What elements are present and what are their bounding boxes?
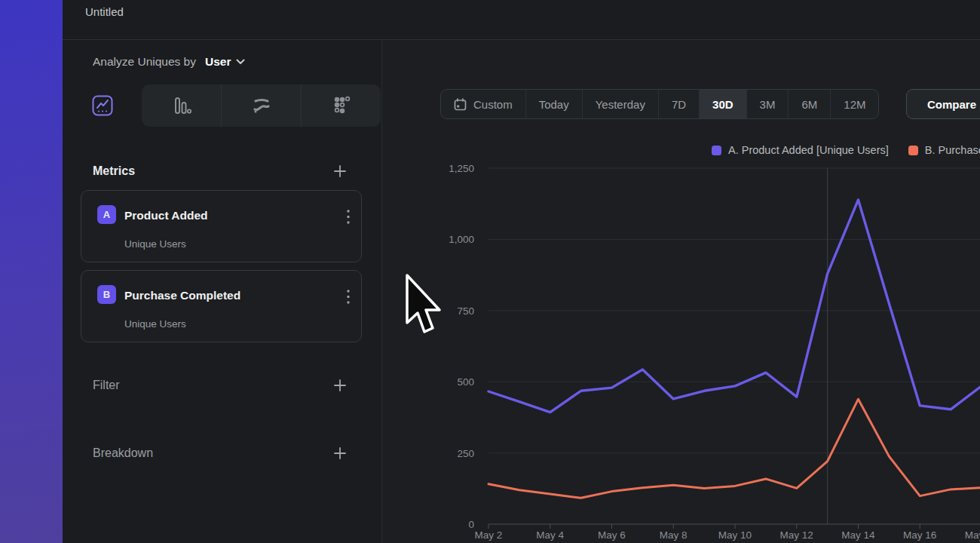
analyze-label: Analyze Uniques by [93, 55, 196, 69]
svg-text:May 18: May 18 [965, 529, 980, 541]
add-metric-button[interactable] [333, 164, 347, 178]
mouse-cursor [405, 274, 441, 334]
flow-icon [251, 95, 272, 116]
svg-text:250: 250 [457, 448, 474, 459]
svg-text:0: 0 [468, 519, 474, 530]
chart-panel: CustomTodayYesterday7D30D3M6M12M Compare… [381, 40, 980, 543]
metric-card[interactable]: AProduct AddedUnique Users [81, 190, 362, 262]
report-title[interactable]: Untitled [85, 5, 124, 18]
y-axis-labels: 02505007501,0001,250 [449, 163, 474, 530]
line-chart[interactable]: 02505007501,0001,250May 2May 4May 6May 8… [382, 40, 980, 543]
x-axis-ticks [488, 524, 980, 529]
breakdown-title: Breakdown [93, 446, 153, 460]
svg-text:May 6: May 6 [598, 529, 626, 541]
metric-options-button[interactable] [346, 209, 351, 228]
metric-options-button[interactable] [346, 289, 351, 308]
query-sidebar: Analyze Uniques by User Metrics AProduct… [63, 40, 381, 543]
svg-text:May 2: May 2 [475, 529, 503, 541]
plus-icon [333, 446, 347, 460]
tab-bar-chart[interactable] [142, 84, 221, 127]
app-window: Untitled Analyze Uniques by User Metrics… [0, 0, 980, 543]
metric-series-badge: B [97, 285, 116, 304]
chart-type-tabs [63, 84, 381, 127]
tab-flow-chart[interactable] [221, 84, 301, 127]
svg-text:May 12: May 12 [780, 529, 813, 541]
filter-section: Filter [63, 370, 381, 400]
metric-measure[interactable]: Unique Users [124, 238, 186, 250]
tab-grid-chart[interactable] [301, 84, 381, 127]
kebab-menu-icon [346, 209, 351, 225]
plus-icon [333, 164, 347, 178]
metric-series-badge: A [97, 205, 116, 224]
line-chart-icon [92, 95, 113, 116]
analyze-entity-value: User [205, 55, 231, 69]
tab-line-chart[interactable] [63, 84, 142, 127]
svg-text:May 4: May 4 [536, 529, 564, 541]
add-filter-button[interactable] [333, 379, 347, 392]
metrics-list: AProduct AddedUnique UsersBPurchase Comp… [81, 190, 362, 350]
breakdown-section: Breakdown [63, 438, 381, 468]
filter-title: Filter [93, 379, 120, 392]
y-gridlines [488, 168, 980, 524]
metric-card[interactable]: BPurchase CompletedUnique Users [81, 270, 362, 342]
chevron-down-icon [236, 59, 245, 65]
metric-measure[interactable]: Unique Users [124, 318, 186, 330]
svg-text:May 8: May 8 [660, 529, 688, 541]
bar-chart-icon [171, 95, 192, 116]
svg-text:May 14: May 14 [841, 529, 875, 541]
kebab-menu-icon [346, 289, 351, 305]
svg-text:1,250: 1,250 [449, 163, 474, 174]
desktop-wallpaper-strip [0, 0, 63, 543]
analyze-entity-select[interactable]: User [205, 55, 245, 69]
svg-text:May 16: May 16 [903, 529, 936, 541]
x-axis-labels: May 2May 4May 6May 8May 10May 12May 14Ma… [475, 529, 980, 541]
metrics-title: Metrics [93, 164, 135, 178]
analyze-row: Analyze Uniques by User [63, 40, 381, 84]
metrics-header: Metrics [63, 156, 381, 186]
add-breakdown-button[interactable] [333, 446, 347, 460]
metric-event-name[interactable]: Purchase Completed [124, 289, 240, 302]
svg-text:750: 750 [457, 305, 474, 317]
svg-text:1,000: 1,000 [449, 234, 474, 245]
plus-icon [333, 379, 347, 392]
series-line-a-product-added-unique-users[interactable] [488, 200, 980, 413]
window-topbar: Untitled [63, 0, 980, 40]
dot-grid-icon [331, 95, 352, 116]
svg-text:May 10: May 10 [718, 529, 752, 541]
metric-event-name[interactable]: Product Added [124, 209, 208, 222]
svg-text:500: 500 [457, 376, 474, 388]
series-line-b-purchase-completed-unique-users[interactable] [488, 399, 980, 498]
